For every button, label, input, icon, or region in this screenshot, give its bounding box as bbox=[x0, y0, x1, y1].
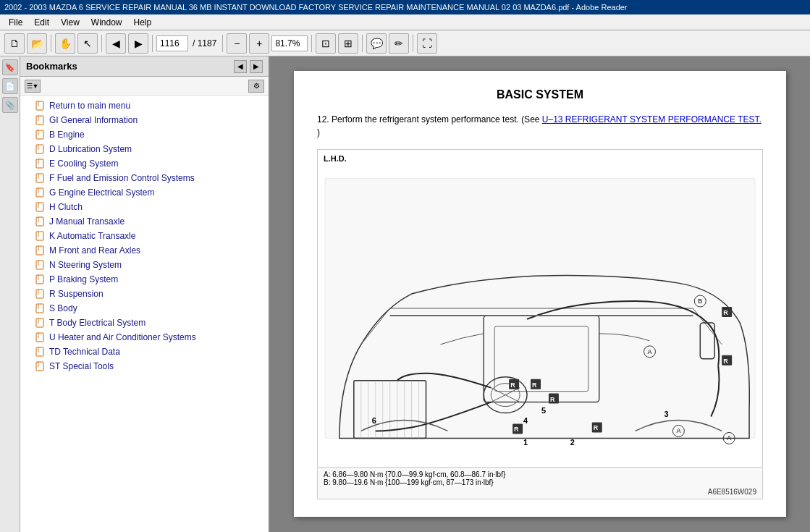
bookmarks-icon[interactable]: 🔖 bbox=[2, 59, 18, 75]
fit-width[interactable]: ⊞ bbox=[338, 33, 358, 54]
svg-rect-34 bbox=[36, 347, 43, 356]
zoom-out[interactable]: − bbox=[227, 33, 247, 54]
zoom-in[interactable]: + bbox=[249, 33, 269, 54]
bookmark-label-t: T Body Electrical System bbox=[49, 318, 145, 328]
prev-page[interactable]: ◀ bbox=[106, 33, 126, 54]
bookmark-icon-u bbox=[35, 332, 45, 342]
bookmark-item-p[interactable]: P Braking System bbox=[20, 272, 269, 287]
content-area: BASIC SYSTEM 12. Perform the refrigerant… bbox=[270, 56, 810, 532]
bookmark-item-m[interactable]: M Front and Rear Axles bbox=[20, 243, 269, 258]
svg-text:A: A bbox=[727, 434, 731, 442]
attachments-icon[interactable]: 📎 bbox=[2, 97, 18, 113]
fit-page[interactable]: ⊡ bbox=[316, 33, 336, 54]
diagram-label: L.H.D. bbox=[324, 154, 347, 163]
bookmark-icon-h bbox=[35, 202, 45, 212]
svg-rect-28 bbox=[36, 304, 43, 313]
svg-text:A: A bbox=[648, 348, 652, 355]
bookmark-item-gi[interactable]: GI General Information bbox=[20, 113, 269, 127]
bookmark-item-st[interactable]: ST Special Tools bbox=[20, 359, 269, 373]
diagram-svg: 6 1 2 3 4 5 R R R bbox=[318, 150, 762, 467]
page-input[interactable] bbox=[156, 35, 188, 51]
svg-text:B: B bbox=[698, 297, 702, 305]
menu-view[interactable]: View bbox=[55, 16, 85, 29]
svg-rect-4 bbox=[36, 130, 43, 139]
svg-text:1: 1 bbox=[523, 438, 528, 447]
bookmark-item-td[interactable]: TD Technical Data bbox=[20, 345, 269, 359]
menu-edit[interactable]: Edit bbox=[28, 16, 55, 29]
menu-help[interactable]: Help bbox=[128, 16, 158, 29]
bookmark-label-n: N Steering System bbox=[49, 260, 122, 270]
image-code: A6E8516W029 bbox=[324, 488, 756, 496]
bookmark-item-u[interactable]: U Heater and Air Conditioner Systems bbox=[20, 330, 269, 345]
open-button[interactable]: 📂 bbox=[27, 33, 47, 54]
bookmark-icon-return bbox=[35, 101, 45, 111]
bookmark-label-e: E Cooling System bbox=[49, 159, 118, 169]
options-btn[interactable]: ⚙ bbox=[248, 80, 264, 93]
step-link[interactable]: U–13 REFRIGERANT SYSTEM PERFORMANCE TEST… bbox=[542, 114, 762, 124]
bookmark-item-n[interactable]: N Steering System bbox=[20, 258, 269, 272]
menu-window[interactable]: Window bbox=[85, 16, 128, 29]
side-icons: 🔖 📄 📎 bbox=[0, 56, 20, 532]
nav-next[interactable]: ▶ bbox=[250, 60, 263, 73]
bookmark-item-return[interactable]: Return to main menu bbox=[20, 98, 269, 113]
bookmark-item-f[interactable]: F Fuel and Emission Control Systems bbox=[20, 171, 269, 185]
comment-tool[interactable]: 💬 bbox=[366, 33, 387, 54]
svg-rect-18 bbox=[36, 232, 43, 240]
bookmark-icon-n bbox=[35, 260, 45, 270]
svg-rect-14 bbox=[36, 203, 43, 211]
bookmark-item-s[interactable]: S Body bbox=[20, 301, 269, 316]
bookmark-label-b: B Engine bbox=[49, 130, 85, 140]
bookmark-item-g[interactable]: G Engine Electrical System bbox=[20, 185, 269, 200]
pages-icon[interactable]: 📄 bbox=[2, 78, 18, 94]
diagram-container: L.H.D. bbox=[317, 149, 763, 468]
menu-bar: File Edit View Window Help bbox=[0, 14, 810, 30]
svg-rect-32 bbox=[36, 333, 43, 342]
svg-text:R: R bbox=[510, 381, 515, 389]
nav-prev[interactable]: ◀ bbox=[234, 60, 247, 73]
svg-rect-26 bbox=[36, 290, 43, 298]
bookmark-label-k: K Automatic Transaxle bbox=[49, 231, 135, 241]
fullscreen[interactable]: ⛶ bbox=[417, 33, 437, 54]
step-body: Perform the refrigerant system performan… bbox=[332, 114, 542, 124]
svg-rect-10 bbox=[36, 174, 43, 182]
svg-text:A: A bbox=[676, 427, 680, 434]
next-page[interactable]: ▶ bbox=[128, 33, 148, 54]
step-close: ) bbox=[317, 127, 320, 138]
svg-rect-24 bbox=[36, 275, 43, 284]
svg-text:R: R bbox=[514, 426, 519, 433]
bookmark-icon-m bbox=[35, 245, 45, 256]
bookmark-label-d: D Lubrication System bbox=[49, 144, 132, 154]
step-text: 12. Perform the refrigerant system perfo… bbox=[317, 113, 763, 139]
bookmark-icon-d bbox=[35, 144, 45, 154]
svg-rect-2 bbox=[36, 116, 43, 124]
bookmark-item-b[interactable]: B Engine bbox=[20, 127, 269, 142]
bookmark-item-h[interactable]: H Clutch bbox=[20, 200, 269, 214]
menu-file[interactable]: File bbox=[3, 16, 28, 29]
bookmark-item-e[interactable]: E Cooling System bbox=[20, 156, 269, 171]
hand-tool[interactable]: ✋ bbox=[55, 33, 75, 54]
bookmark-item-r[interactable]: R Suspension bbox=[20, 287, 269, 301]
zoom-input[interactable] bbox=[271, 35, 308, 51]
bookmark-icon-gi bbox=[35, 115, 45, 125]
bookmarks-title: Bookmarks bbox=[26, 61, 77, 72]
bookmark-item-k[interactable]: K Automatic Transaxle bbox=[20, 229, 269, 243]
svg-text:R: R bbox=[723, 358, 728, 365]
svg-text:6: 6 bbox=[372, 416, 376, 425]
bookmark-label-r: R Suspension bbox=[49, 289, 104, 299]
bookmark-item-d[interactable]: D Lubrication System bbox=[20, 142, 269, 156]
bookmark-icon-b bbox=[35, 130, 45, 140]
bookmark-item-t[interactable]: T Body Electrical System bbox=[20, 316, 269, 330]
title-bar: 2002 - 2003 MAZDA 6 SERVICE REPAIR MANUA… bbox=[0, 0, 810, 14]
svg-rect-12 bbox=[36, 188, 43, 197]
svg-text:5: 5 bbox=[541, 406, 546, 415]
new-button[interactable]: 🗋 bbox=[4, 33, 25, 54]
select-tool[interactable]: ↖ bbox=[77, 33, 98, 54]
svg-text:R: R bbox=[723, 309, 728, 316]
bookmark-label-g: G Engine Electrical System bbox=[49, 187, 154, 198]
bookmark-item-j[interactable]: J Manual Transaxle bbox=[20, 214, 269, 229]
bookmark-label-h: H Clutch bbox=[49, 202, 83, 212]
markup-tool[interactable]: ✏ bbox=[389, 33, 409, 54]
expand-all[interactable]: ☰▼ bbox=[25, 80, 41, 93]
svg-text:2: 2 bbox=[570, 438, 575, 447]
svg-text:4: 4 bbox=[523, 416, 528, 425]
